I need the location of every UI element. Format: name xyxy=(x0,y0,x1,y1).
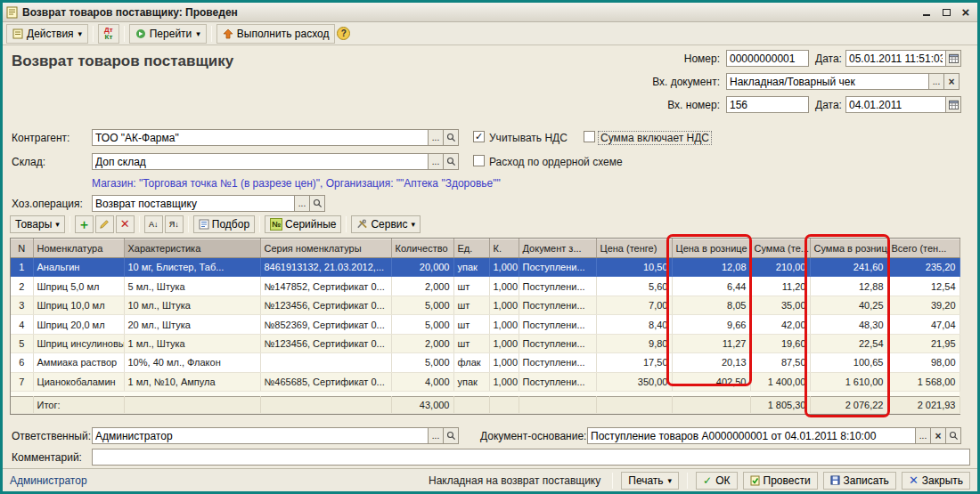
goto-button[interactable]: Перейти▾ xyxy=(129,24,207,44)
col-header-document[interactable]: Документ з... xyxy=(519,239,596,258)
actions-button[interactable]: Действия▾ xyxy=(6,24,88,44)
goods-menu-button[interactable]: Товары▾ xyxy=(10,215,65,233)
minimize-button[interactable] xyxy=(919,5,935,20)
toolbar-separator xyxy=(124,26,125,42)
pick-button[interactable]: Подбор xyxy=(193,215,255,233)
choose-icon[interactable]: ... xyxy=(916,427,931,444)
calendar-icon[interactable] xyxy=(946,96,961,113)
order-scheme-checkbox-label[interactable]: Расход по ордерной схеме xyxy=(489,156,623,168)
contractor-input[interactable] xyxy=(92,129,429,146)
service-button[interactable]: Сервис▾ xyxy=(351,215,421,233)
choose-icon[interactable]: ... xyxy=(295,195,310,212)
col-header-total[interactable]: Всего (тен... xyxy=(887,239,960,258)
add-row-button[interactable]: ＋ xyxy=(75,215,94,233)
in-number-input[interactable] xyxy=(726,96,809,113)
choose-icon[interactable]: ... xyxy=(429,129,444,146)
col-header-sum-retail[interactable]: Сумма в рознице xyxy=(810,239,887,258)
toolbar-separator xyxy=(139,216,140,232)
total-sum: 1 805,30 xyxy=(750,397,810,414)
status-bar: Администратор Накладная на возврат поста… xyxy=(3,468,977,491)
table-row[interactable]: 4Шприц 20,0 мл20 мл., Штука№852369, Серт… xyxy=(11,315,960,334)
choose-icon[interactable]: ... xyxy=(929,73,944,90)
plus-icon: ＋ xyxy=(78,219,90,230)
calendar-icon[interactable] xyxy=(946,50,961,67)
magnifier-icon[interactable] xyxy=(310,195,325,212)
close-form-button[interactable]: ✕Закрыть xyxy=(902,472,970,490)
goods-toolbar: Товары▾ ＋ ✕ А↓ Я↓ Подбор № Серийные Серв… xyxy=(10,215,421,234)
table-row[interactable]: 1Анальгин10 мг, Блистер, Таб...846191313… xyxy=(11,258,960,277)
table-header-row: N Номенклатура Характеристика Серия номе… xyxy=(11,239,960,258)
delete-row-button[interactable]: ✕ xyxy=(116,215,135,233)
clear-icon[interactable]: × xyxy=(944,73,960,90)
vat-included-checkbox[interactable] xyxy=(584,131,595,142)
caret-down-icon: ▾ xyxy=(412,220,416,229)
close-button[interactable]: × xyxy=(958,5,974,20)
choose-icon[interactable]: ... xyxy=(429,427,444,444)
toolbar-separator xyxy=(259,216,260,232)
print-button[interactable]: Печать▾ xyxy=(621,472,679,490)
comment-input[interactable] xyxy=(92,449,970,466)
col-header-k[interactable]: К. xyxy=(489,239,519,258)
date-input[interactable] xyxy=(845,50,946,67)
col-header-quantity[interactable]: Количество xyxy=(391,239,453,258)
save-button[interactable]: Записать xyxy=(823,472,896,490)
serial-button[interactable]: № Серийные xyxy=(265,215,341,233)
table-row[interactable]: 7Цианокобаламин1 мл, №10, Ампула№465685,… xyxy=(11,372,960,392)
table-row[interactable]: 3Шприц 10,0 мл10 мл., Штука№123456, Серт… xyxy=(11,296,960,314)
vat-checkbox-label[interactable]: Учитывать НДС xyxy=(489,132,568,144)
base-document-input[interactable] xyxy=(587,427,916,444)
col-header-nomenclature[interactable]: Номенклатура xyxy=(33,239,124,258)
operation-input[interactable] xyxy=(92,195,295,212)
maximize-button[interactable] xyxy=(938,5,954,20)
toolbar-separator xyxy=(346,216,347,232)
col-header-n[interactable]: N xyxy=(11,239,33,258)
total-label: Итог: xyxy=(33,397,124,414)
magnifier-icon[interactable] xyxy=(444,129,459,146)
col-header-price-retail[interactable]: Цена в рознице xyxy=(672,239,750,258)
table-row[interactable]: 5Шприц инсулиновый ...1 мл., Штука№12345… xyxy=(11,334,960,352)
number-input[interactable] xyxy=(726,50,809,67)
execute-expense-button[interactable]: Выполнить расход xyxy=(216,24,336,44)
sort-desc-button[interactable]: Я↓ xyxy=(165,215,184,233)
document-form: Возврат товаров поставщику Номер: Дата: … xyxy=(3,45,977,468)
toolbar-separator xyxy=(211,26,212,42)
comment-label: Комментарий: xyxy=(12,451,82,464)
clear-icon[interactable]: × xyxy=(931,427,946,444)
col-header-series[interactable]: Серия номенклатуры xyxy=(260,239,391,258)
help-icon[interactable]: ? xyxy=(337,27,350,40)
col-header-characteristic[interactable]: Характеристика xyxy=(124,239,260,258)
choose-icon[interactable]: ... xyxy=(429,153,444,170)
expense-arrow-icon xyxy=(223,28,233,39)
col-header-unit[interactable]: Ед. xyxy=(453,239,489,258)
order-scheme-checkbox[interactable] xyxy=(473,155,485,166)
responsible-input[interactable] xyxy=(92,427,429,444)
vat-included-checkbox-label[interactable]: Сумма включает НДС xyxy=(598,131,712,145)
in-date-input[interactable] xyxy=(845,96,946,113)
col-header-sum[interactable]: Сумма (те... xyxy=(750,239,810,258)
magnifier-icon[interactable] xyxy=(946,427,961,444)
ok-button[interactable]: ✓ОК xyxy=(696,472,737,490)
vat-checkbox[interactable] xyxy=(473,131,485,142)
toolbar-separator xyxy=(612,473,613,489)
magnifier-icon[interactable] xyxy=(444,427,459,444)
goods-table: N Номенклатура Характеристика Серия номе… xyxy=(10,238,960,415)
magnifier-icon[interactable] xyxy=(444,153,459,170)
goods-table-body: 1Анальгин10 мг, Блистер, Таб...846191313… xyxy=(11,258,960,392)
in-doc-input[interactable] xyxy=(726,73,929,90)
edit-row-button[interactable] xyxy=(95,215,114,233)
table-row[interactable]: 2Шприц 5,0 мл5 мл., Штука№147852, Сертиф… xyxy=(11,277,960,296)
col-header-price[interactable]: Цена (тенге) xyxy=(596,239,672,258)
warehouse-label: Склад: xyxy=(12,156,45,168)
toolbar-separator xyxy=(93,26,94,42)
table-row[interactable]: 6Аммиака раствор10%, 40 мл., Флакон5,000… xyxy=(11,353,960,372)
operation-label: Хоз.операция: xyxy=(12,198,83,210)
responsible-label: Ответственный: xyxy=(12,430,91,442)
title-bar: Возврат товаров поставщику: Проведен × xyxy=(3,3,977,22)
post-button[interactable]: Провести xyxy=(743,472,818,490)
sort-asc-icon: А↓ xyxy=(149,221,159,229)
warehouse-input[interactable] xyxy=(92,153,429,170)
sort-asc-button[interactable]: А↓ xyxy=(144,215,163,233)
main-toolbar: Действия▾ ДтКт Перейти▾ Выполнить расход… xyxy=(3,22,977,45)
dtkt-button[interactable]: ДтКт xyxy=(98,24,119,44)
total-sum-retail: 2 076,22 xyxy=(810,397,887,414)
